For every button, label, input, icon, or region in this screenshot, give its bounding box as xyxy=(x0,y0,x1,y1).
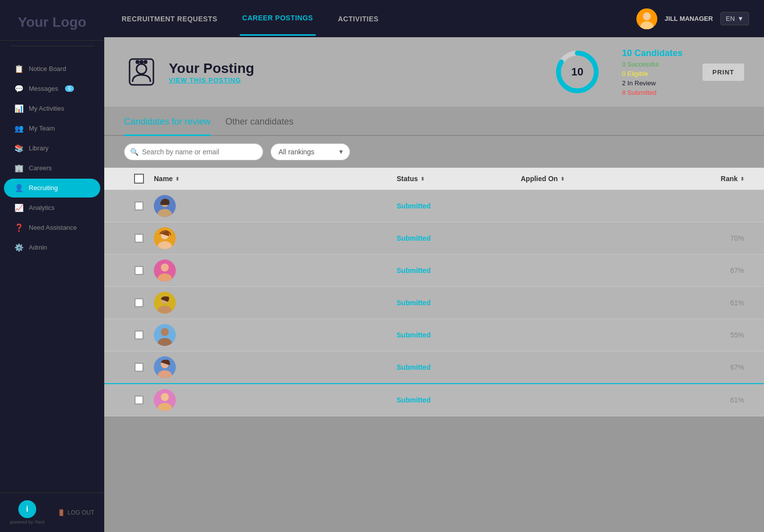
row-checkbox[interactable] xyxy=(135,363,143,372)
rank-cell: 70% xyxy=(645,234,744,242)
avatar xyxy=(154,324,176,346)
sidebar-item-analytics[interactable]: 📈 Analytics xyxy=(4,199,100,217)
svg-point-5 xyxy=(137,64,146,74)
sidebar-item-careers[interactable]: 🏢 Careers xyxy=(4,159,100,178)
sidebar-divider xyxy=(10,46,94,46)
row-checkbox[interactable] xyxy=(135,298,143,307)
table-row: Submitted 67% xyxy=(104,351,764,384)
header-checkbox-cell xyxy=(124,174,154,184)
filters-section: 🔍 All rankings Top 25% Top 50% All ▼ xyxy=(104,136,764,168)
nav-item-activities[interactable]: Activities xyxy=(336,2,381,35)
logo-text: Your Logo xyxy=(10,15,94,30)
logout-button[interactable]: 🚪 LOG OUT xyxy=(58,509,94,516)
print-button[interactable]: PRINT xyxy=(702,64,744,81)
status-cell: Submitted xyxy=(397,396,521,404)
sort-icon-rank[interactable]: ⬍ xyxy=(740,176,744,182)
stat-submitted: 8 Submitted xyxy=(622,89,683,96)
search-input[interactable] xyxy=(124,143,263,160)
posting-info: Your Posting VIEW THIS POSTING xyxy=(169,61,254,84)
top-navigation: Recruitment Requests Career Postings Act… xyxy=(104,0,764,37)
column-name: Name ⬍ xyxy=(154,175,397,183)
stat-eligible: 0 Eligible xyxy=(622,70,683,77)
chevron-down-icon: ▼ xyxy=(737,15,744,22)
candidate-cell xyxy=(154,292,397,314)
sidebar-item-label: My Team xyxy=(29,125,55,132)
table-row: Submitted 70% xyxy=(104,222,764,255)
svg-point-8 xyxy=(143,60,147,64)
logout-label: LOG OUT xyxy=(68,509,94,516)
sort-icon-status[interactable]: ⬍ xyxy=(420,176,424,182)
posting-right: 10 10 Candidates 0 Successful 0 Eligible… xyxy=(553,47,744,97)
table-row: Submitted 61% xyxy=(104,384,764,416)
row-checkbox-cell xyxy=(124,266,154,275)
search-icon: 🔍 xyxy=(130,148,139,156)
nav-item-career-postings[interactable]: Career Postings xyxy=(240,1,316,36)
status-value: Submitted xyxy=(397,363,430,371)
table-row: Submitted 55% xyxy=(104,319,764,351)
row-checkbox[interactable] xyxy=(135,396,143,404)
row-checkbox-cell xyxy=(124,201,154,210)
sidebar-item-messages[interactable]: 💬 Messages 6 xyxy=(4,79,100,98)
column-rank: Rank ⬍ xyxy=(645,175,744,183)
sidebar-item-label: Library xyxy=(29,144,49,152)
status-cell: Submitted xyxy=(397,298,521,307)
messages-badge: 6 xyxy=(65,85,74,92)
sidebar-footer: i powered by iTacit 🚪 LOG OUT xyxy=(0,492,104,532)
row-checkbox[interactable] xyxy=(135,331,143,339)
sidebar-item-library[interactable]: 📚 Library xyxy=(4,139,100,158)
row-checkbox-cell xyxy=(124,234,154,243)
avatar xyxy=(636,8,657,29)
recruiting-icon: 👤 xyxy=(14,184,24,193)
table-row: Submitted 67% xyxy=(104,255,764,287)
column-rank-label: Rank xyxy=(721,175,738,183)
user-area: JILL MANAGER EN ▼ xyxy=(636,8,749,29)
rank-select[interactable]: All rankings Top 25% Top 50% All xyxy=(271,143,350,160)
sidebar-item-admin[interactable]: ⚙️ Admin xyxy=(4,238,100,257)
header-checkbox[interactable] xyxy=(134,174,144,184)
sidebar-item-my-team[interactable]: 👥 My Team xyxy=(4,119,100,138)
row-checkbox-cell xyxy=(124,363,154,372)
main-area: Recruitment Requests Career Postings Act… xyxy=(104,0,764,532)
table-row: Submitted xyxy=(104,190,764,222)
nav-item-recruitment-requests[interactable]: Recruitment Requests xyxy=(119,2,220,35)
sidebar-item-my-activities[interactable]: 📊 My Activities xyxy=(4,99,100,118)
tab-other-candidates[interactable]: Other candidates xyxy=(225,117,293,136)
powered-logo: i xyxy=(18,500,36,518)
language-selector[interactable]: EN ▼ xyxy=(720,12,749,25)
candidate-cell xyxy=(154,389,397,411)
candidate-cell xyxy=(154,260,397,281)
sidebar-item-notice-board[interactable]: 📋 Notice Board xyxy=(4,60,100,78)
rank-filter-wrapper: All rankings Top 25% Top 50% All ▼ xyxy=(271,143,350,160)
sort-icon-applied[interactable]: ⬍ xyxy=(560,176,564,182)
admin-icon: ⚙️ xyxy=(14,243,24,252)
tab-candidates-for-review[interactable]: Candidates for review xyxy=(124,117,210,136)
svg-point-30 xyxy=(161,393,169,401)
status-value: Submitted xyxy=(397,396,430,404)
sidebar-item-label: Recruiting xyxy=(29,184,58,192)
user-name: JILL MANAGER xyxy=(665,15,713,22)
my-team-icon: 👥 xyxy=(14,124,24,133)
posting-left: Your Posting VIEW THIS POSTING xyxy=(124,55,254,89)
sort-icon-name[interactable]: ⬍ xyxy=(175,176,179,182)
view-posting-link[interactable]: VIEW THIS POSTING xyxy=(169,76,254,84)
sidebar: Your Logo 📋 Notice Board 💬 Messages 6 📊 … xyxy=(0,0,104,532)
table-row: Submitted 61% xyxy=(104,287,764,319)
sidebar-item-need-assistance[interactable]: ❓ Need Assistance xyxy=(4,218,100,237)
tabs-section: Candidates for review Other candidates xyxy=(104,107,764,136)
column-status: Status ⬍ xyxy=(397,175,521,183)
avatar-image xyxy=(636,8,657,29)
svg-point-6 xyxy=(136,60,139,64)
stat-title: 10 Candidates xyxy=(622,48,683,59)
candidates-stats: 10 Candidates 0 Successful 0 Eligible 2 … xyxy=(622,48,683,96)
sidebar-item-recruiting[interactable]: 👤 Recruiting xyxy=(4,179,100,198)
svg-point-18 xyxy=(161,264,169,271)
row-checkbox[interactable] xyxy=(135,266,143,275)
status-value: Submitted xyxy=(397,266,430,274)
candidate-cell xyxy=(154,195,397,217)
candidate-cell xyxy=(154,356,397,378)
sidebar-item-label: Messages xyxy=(29,85,58,92)
row-checkbox[interactable] xyxy=(135,201,143,210)
stat-in-review: 2 In Review xyxy=(622,79,683,87)
row-checkbox[interactable] xyxy=(135,234,143,243)
notice-board-icon: 📋 xyxy=(14,65,24,73)
